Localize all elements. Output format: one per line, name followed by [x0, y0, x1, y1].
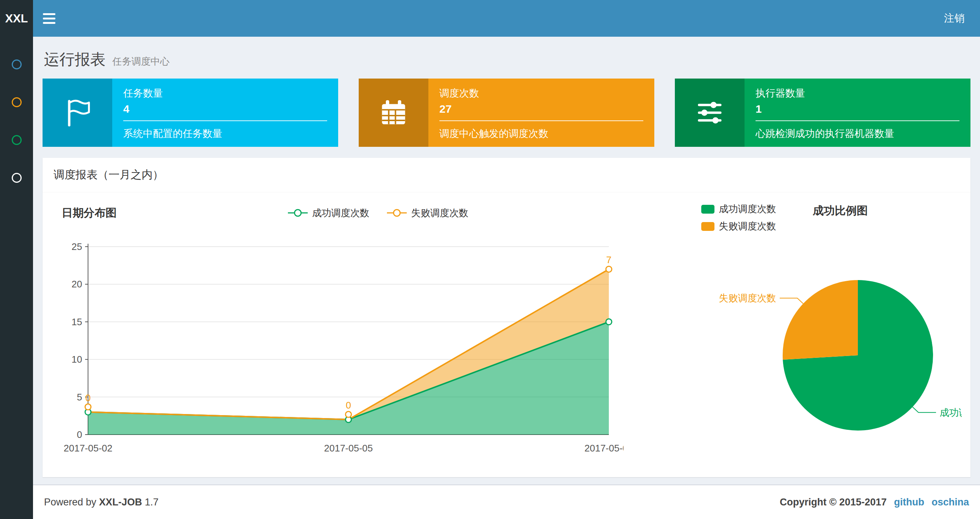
sidebar-item-3[interactable] [0, 121, 33, 159]
svg-text:失败调度次数: 失败调度次数 [719, 292, 776, 303]
svg-text:2017-05-02: 2017-05-02 [64, 443, 113, 454]
circle-outline-icon [12, 173, 22, 183]
sidebar-item-1[interactable] [0, 46, 33, 83]
info-box: 任务数量 4 系统中配置的任务数量 [43, 78, 338, 147]
sidebar-toggle-button[interactable] [33, 0, 65, 37]
line-legend-item[interactable]: 失败调度次数 [386, 207, 468, 219]
pie-legend-item[interactable]: 成功调度次数 [701, 203, 776, 216]
info-box: 执行器数量 1 心跳检测成功的执行器机器数量 [675, 78, 970, 147]
github-link[interactable]: github [894, 497, 924, 508]
svg-text:0: 0 [77, 429, 82, 440]
page-title: 运行报表 [44, 51, 106, 68]
content-header: 运行报表 任务调度中心 [33, 37, 980, 78]
line-chart-title: 日期分布图 [62, 206, 117, 220]
svg-text:0: 0 [346, 400, 351, 411]
footer: Powered by XXL-JOB 1.7 Copyright © 2015-… [33, 484, 980, 519]
info-box-label: 任务数量 [123, 86, 327, 100]
page-subtitle: 任务调度中心 [112, 56, 169, 67]
svg-text:2017-05-08: 2017-05-08 [585, 443, 624, 454]
info-box-row: 任务数量 4 系统中配置的任务数量 [33, 78, 980, 147]
line-legend-item[interactable]: 成功调度次数 [287, 207, 369, 219]
svg-text:15: 15 [72, 316, 82, 327]
svg-text:5: 5 [77, 392, 82, 402]
svg-text:20: 20 [72, 279, 82, 290]
product-name: XXL-JOB [99, 497, 142, 508]
top-navbar: XXL 注销 [0, 0, 980, 37]
svg-text:2017-05-05: 2017-05-05 [324, 443, 373, 454]
calendar-icon [378, 97, 409, 128]
content-area: 运行报表 任务调度中心 任务数量 4 [33, 37, 980, 484]
logout-link[interactable]: 注销 [929, 0, 980, 37]
success-ratio-section: 成功调度次数 失败调度次数 成功比例图 成功调度次数失败调度次数 [639, 203, 962, 467]
svg-text:25: 25 [72, 241, 82, 252]
sidebar-item-2[interactable] [0, 83, 33, 121]
logo[interactable]: XXL [0, 0, 33, 37]
report-panel: 调度报表（一月之内） 日期分布图 [43, 158, 970, 477]
info-box-value: 27 [439, 103, 643, 115]
info-box-label: 调度次数 [439, 86, 643, 100]
circle-outline-icon [12, 97, 22, 107]
oschina-link[interactable]: oschina [932, 497, 969, 508]
info-box-value: 1 [756, 103, 959, 115]
pie-legend-swatch [701, 205, 714, 214]
success-ratio-pie-chart[interactable]: 成功调度次数失败调度次数 [639, 223, 962, 443]
svg-text:0: 0 [86, 392, 91, 403]
sliders-icon [694, 97, 725, 128]
svg-text:10: 10 [72, 354, 82, 365]
pie-chart-title: 成功比例图 [813, 203, 868, 219]
info-box-desc: 心跳检测成功的执行器机器数量 [756, 127, 959, 140]
info-box-desc: 系统中配置的任务数量 [123, 127, 327, 140]
powered-by-text: Powered by XXL-JOB 1.7 [44, 497, 158, 508]
circle-outline-icon [12, 135, 22, 145]
sidebar [0, 37, 33, 519]
line-marker-icon [386, 208, 407, 218]
date-distribution-chart[interactable]: 05101520252017-05-022017-05-052017-05-08… [51, 223, 624, 465]
svg-text:7: 7 [606, 254, 611, 265]
date-distribution-section: 日期分布图 成功调度次数 [51, 203, 639, 467]
circle-outline-icon [12, 59, 22, 69]
flag-icon [62, 97, 93, 128]
line-chart-legend: 成功调度次数 失败调度次数 [117, 207, 639, 219]
info-box-label: 执行器数量 [756, 86, 959, 100]
info-box-desc: 调度中心触发的调度次数 [439, 127, 643, 140]
info-box: 调度次数 27 调度中心触发的调度次数 [359, 78, 654, 147]
info-box-value: 4 [123, 103, 327, 115]
app-root: XXL 注销 运 [0, 0, 980, 519]
line-marker-icon [287, 208, 309, 218]
svg-text:成功调度次数: 成功调度次数 [940, 407, 962, 418]
copyright-text: Copyright © 2015-2017 [780, 497, 887, 508]
sidebar-item-4[interactable] [0, 159, 33, 197]
menu-toggle-icon [43, 13, 56, 15]
panel-title: 调度报表（一月之内） [43, 158, 970, 192]
